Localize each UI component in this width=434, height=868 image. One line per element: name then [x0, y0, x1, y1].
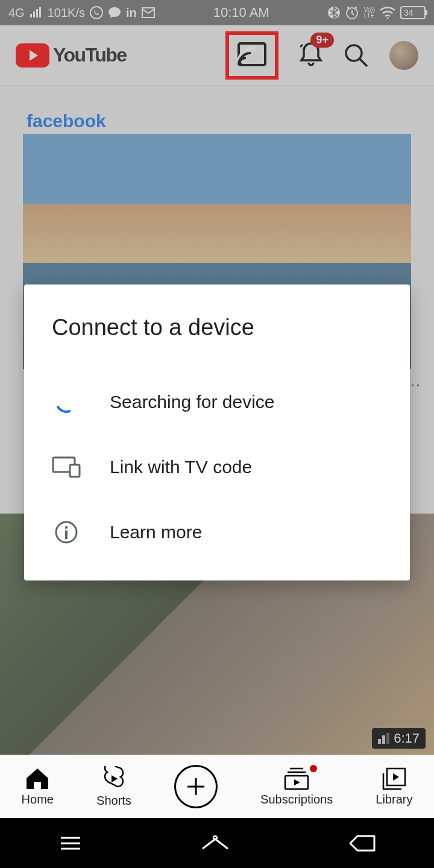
wifi-icon [380, 7, 395, 19]
tab-home[interactable]: Home [22, 767, 54, 807]
volte-icon: Vo)) LTE [364, 7, 375, 18]
status-time: 10:10 AM [213, 5, 269, 20]
mail-icon [142, 7, 155, 18]
svg-rect-16 [65, 530, 68, 539]
create-button[interactable] [174, 765, 218, 808]
home-icon [25, 767, 49, 790]
svg-point-19 [213, 836, 217, 840]
subscriptions-dot [310, 765, 317, 772]
signal-icon [30, 7, 43, 18]
cast-button[interactable] [225, 31, 278, 80]
chat-icon [108, 7, 121, 19]
dialog-title: Connect to a device [52, 315, 382, 341]
youtube-header: YouTube 9+ [0, 25, 434, 86]
svg-point-7 [238, 62, 242, 66]
spinner-icon [52, 388, 80, 416]
notifications-button[interactable]: 9+ [299, 41, 323, 70]
bluetooth-icon [328, 5, 340, 20]
search-button[interactable] [344, 43, 369, 68]
svg-point-0 [90, 7, 102, 19]
youtube-wordmark: YouTube [53, 44, 127, 66]
youtube-logo[interactable]: YouTube [16, 43, 127, 68]
svg-rect-13 [70, 465, 80, 477]
whatsapp-icon [90, 6, 103, 19]
linkedin-icon: in [126, 6, 137, 20]
searching-row: Searching for device [52, 370, 382, 435]
info-icon [54, 520, 78, 544]
searching-label: Searching for device [110, 392, 275, 412]
back-button[interactable] [348, 834, 376, 853]
learn-more-label: Learn more [110, 522, 202, 542]
bottom-nav: Home Shorts Subscriptions Library [0, 755, 434, 818]
svg-rect-10 [382, 735, 385, 744]
youtube-play-icon [16, 43, 49, 68]
video-duration: 6:17 [372, 728, 426, 749]
home-button[interactable] [200, 834, 230, 852]
cast-dialog: Connect to a device Searching for device… [24, 285, 410, 580]
tab-library[interactable]: Library [376, 767, 412, 807]
svg-rect-11 [386, 733, 389, 744]
ad-brand-label: facebook [27, 111, 106, 131]
shorts-icon [103, 766, 125, 791]
svg-point-8 [346, 45, 362, 61]
svg-point-5 [387, 17, 389, 19]
svg-point-15 [65, 526, 68, 529]
battery-icon: 34 [400, 6, 426, 19]
recents-button[interactable] [58, 834, 83, 852]
notification-badge: 9+ [310, 33, 334, 48]
svg-point-1 [108, 7, 121, 17]
status-left: 4G 101K/s in [8, 6, 155, 20]
status-right: Vo)) LTE 34 [328, 5, 426, 20]
subscriptions-icon [284, 767, 309, 790]
equalizer-icon [378, 733, 390, 744]
library-icon [382, 767, 406, 790]
tab-subscriptions[interactable]: Subscriptions [260, 767, 333, 807]
link-tv-label: Link with TV code [110, 457, 252, 477]
learn-more-row[interactable]: Learn more [52, 500, 382, 565]
link-tv-row[interactable]: Link with TV code [52, 435, 382, 500]
alarm-icon [345, 5, 359, 20]
network-type: 4G [8, 6, 25, 20]
tab-shorts[interactable]: Shorts [96, 766, 131, 808]
svg-rect-9 [378, 739, 381, 744]
account-avatar[interactable] [389, 41, 418, 70]
network-speed: 101K/s [48, 6, 85, 20]
plus-icon [185, 776, 207, 797]
cast-icon [237, 42, 266, 66]
android-status-bar: 4G 101K/s in 10:10 AM Vo)) LTE 34 [0, 0, 434, 25]
android-nav-bar [0, 818, 434, 868]
devices-icon [52, 456, 81, 478]
